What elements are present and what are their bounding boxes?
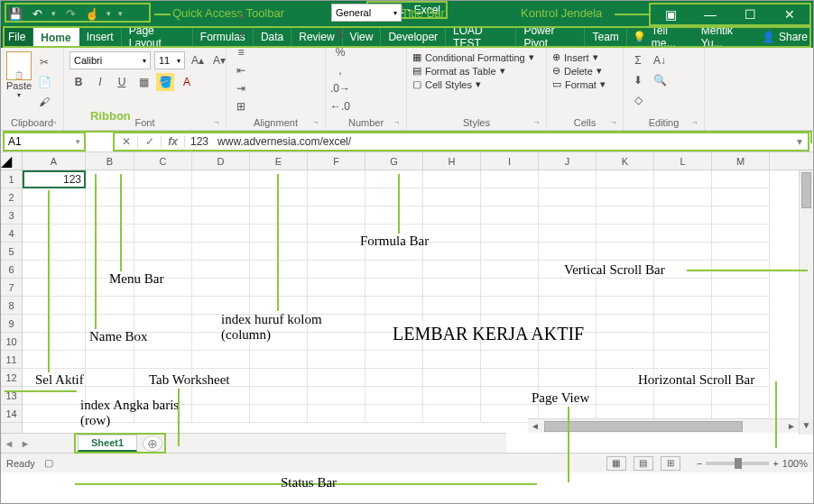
sheet-tab[interactable]: Sheet1 [78,435,137,452]
cell[interactable] [597,333,654,351]
row-header[interactable]: 5 [1,243,22,261]
align-right-icon[interactable]: ≡ [232,43,250,61]
cell[interactable] [86,297,134,315]
cell[interactable] [365,387,423,405]
font-name-select[interactable]: Calibri▾ [69,51,151,69]
close-icon[interactable]: ✕ [770,5,809,24]
cell[interactable] [481,170,539,188]
tab-home[interactable]: Home [33,26,79,48]
row-header[interactable]: 10 [1,333,22,351]
chevron-down-icon[interactable]: ▾ [76,137,80,146]
cell[interactable] [365,297,423,315]
cell[interactable] [86,243,134,261]
col-header[interactable]: B [86,152,134,170]
cell[interactable] [250,188,308,206]
cell[interactable] [134,206,192,225]
cell[interactable] [86,206,134,225]
cell[interactable] [134,297,192,315]
col-header[interactable]: K [597,152,654,170]
sort-filter-icon[interactable]: A↓ [651,51,669,69]
minimize-icon[interactable]: — [690,5,730,24]
cell[interactable] [654,206,712,225]
cell[interactable] [250,279,308,297]
cell[interactable] [597,170,654,188]
cell[interactable] [712,188,770,206]
underline-icon[interactable]: U [113,73,131,91]
cell[interactable] [712,170,770,188]
cell[interactable] [365,279,423,297]
maximize-icon[interactable]: ☐ [730,5,770,24]
cell[interactable] [308,206,365,225]
cell[interactable] [308,279,365,297]
cell[interactable] [712,243,770,261]
cell[interactable] [308,261,365,279]
fill-color-icon[interactable]: 🪣 [156,73,174,91]
sheet-prev-icon[interactable]: ◄ [1,438,17,449]
number-format-select[interactable]: General▾ [331,4,402,22]
cell[interactable] [539,243,597,261]
row-header[interactable]: 6 [1,261,22,279]
cell[interactable] [192,279,250,297]
cell[interactable] [539,297,597,315]
paste-button[interactable]: 📋 Paste▾ [6,51,32,99]
row-header[interactable]: 8 [1,297,22,315]
macro-record-icon[interactable]: ▢ [44,457,53,469]
cell[interactable] [539,351,597,369]
cell[interactable] [423,225,481,243]
cell[interactable] [481,351,539,369]
scroll-left-icon[interactable]: ◄ [528,421,542,431]
cell[interactable] [23,261,86,279]
cell[interactable] [134,170,192,188]
cell[interactable] [539,206,597,225]
cell[interactable] [23,315,86,333]
zoom-in-icon[interactable]: + [772,458,778,469]
cell[interactable] [192,387,250,405]
col-header[interactable]: E [250,152,308,170]
cell[interactable] [481,261,539,279]
row-header[interactable]: 13 [1,387,22,405]
cell[interactable] [23,279,86,297]
zoom-value[interactable]: 100% [782,458,808,469]
cell[interactable] [23,387,86,405]
cell[interactable] [423,369,481,387]
row-header[interactable]: 11 [1,351,22,369]
tab-page-layout[interactable]: Page Layout [122,26,193,48]
tellme-icon[interactable]: 💡 [633,31,646,43]
cell[interactable] [365,369,423,387]
increase-decimal-icon[interactable]: .0→ [331,79,349,97]
col-header[interactable]: H [423,152,481,170]
row-header[interactable]: 2 [1,188,22,206]
cell[interactable] [423,170,481,188]
cell[interactable] [423,297,481,315]
row-header[interactable]: 12 [1,369,22,387]
cell[interactable] [86,351,134,369]
percent-icon[interactable]: % [331,43,349,61]
cell[interactable] [23,243,86,261]
cell[interactable] [423,387,481,405]
cell[interactable] [654,225,712,243]
share-button[interactable]: 👤 Share [762,31,808,43]
cell[interactable] [712,387,770,405]
format-as-table-button[interactable]: ▤Format as Table ▾ [412,65,505,77]
cell[interactable] [654,351,712,369]
normal-view-icon[interactable]: ▦ [606,456,626,471]
cell[interactable] [481,369,539,387]
format-cells-button[interactable]: ▭Format ▾ [552,78,606,90]
page-layout-view-icon[interactable]: ▤ [634,456,653,471]
cell[interactable] [308,351,365,369]
cell[interactable] [654,333,712,351]
cell[interactable] [250,243,308,261]
cell[interactable] [654,188,712,206]
row-header[interactable]: 3 [1,206,22,225]
cell[interactable] [539,369,597,387]
cell[interactable] [597,279,654,297]
col-header[interactable]: A [23,152,86,170]
cell[interactable] [23,206,86,225]
cell[interactable] [423,243,481,261]
cell[interactable] [308,387,365,405]
cell[interactable] [654,297,712,315]
cell[interactable] [481,225,539,243]
cell[interactable] [192,243,250,261]
col-header[interactable]: C [134,152,192,170]
cell[interactable] [134,188,192,206]
